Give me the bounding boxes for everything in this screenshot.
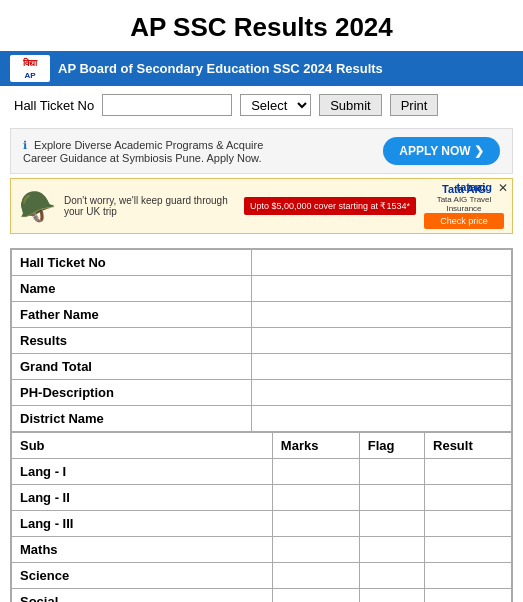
info-label: PH-Description [12, 380, 252, 406]
marks-value [272, 537, 359, 563]
info-label: Father Name [12, 302, 252, 328]
result-value [425, 563, 512, 589]
ad2-brand: Tata AIG Travel Insurance [424, 195, 504, 213]
marks-table-row: Social [12, 589, 512, 603]
info-value [252, 250, 512, 276]
sub-label: Social [12, 589, 273, 603]
sub-label: Science [12, 563, 273, 589]
results-section: Hall Ticket NoNameFather NameResultsGran… [10, 248, 513, 602]
result-value [425, 537, 512, 563]
marks-table-row: Lang - III [12, 511, 512, 537]
flag-value [359, 485, 424, 511]
flag-value [359, 511, 424, 537]
ad-banner-1: ℹ Explore Diverse Academic Programs & Ac… [10, 128, 513, 174]
marks-value [272, 459, 359, 485]
select-dropdown[interactable]: Select [240, 94, 311, 116]
flag-value [359, 537, 424, 563]
info-value [252, 406, 512, 432]
ad2-cover-text: Upto $5,00,000 cover starting at ₹1534* [244, 197, 416, 215]
flag-value [359, 589, 424, 603]
marks-value [272, 563, 359, 589]
marks-table-row: Science [12, 563, 512, 589]
info-label: Hall Ticket No [12, 250, 252, 276]
info-table-row: Results [12, 328, 512, 354]
info-label: Results [12, 328, 252, 354]
marks-table-row: Lang - II [12, 485, 512, 511]
col-header-result: Result [425, 433, 512, 459]
page-title: AP SSC Results 2024 [0, 0, 523, 51]
info-value [252, 354, 512, 380]
info-table-row: Grand Total [12, 354, 512, 380]
info-label: District Name [12, 406, 252, 432]
result-value [425, 485, 512, 511]
submit-button[interactable]: Submit [319, 94, 381, 116]
info-table-row: Hall Ticket No [12, 250, 512, 276]
col-header-marks: Marks [272, 433, 359, 459]
hall-ticket-input[interactable] [102, 94, 232, 116]
apply-now-button[interactable]: APPLY NOW ❯ [383, 137, 500, 165]
marks-value [272, 485, 359, 511]
tataaig-label: tataaig [457, 181, 492, 193]
info-value [252, 302, 512, 328]
marks-table-row: Maths [12, 537, 512, 563]
sub-label: Lang - I [12, 459, 273, 485]
info-value [252, 276, 512, 302]
ad1-text: ℹ Explore Diverse Academic Programs & Ac… [23, 139, 283, 164]
info-table-row: Name [12, 276, 512, 302]
ad2-main-text: Don't worry, we'll keep guard through yo… [64, 195, 236, 217]
result-value [425, 459, 512, 485]
sub-label: Maths [12, 537, 273, 563]
info-icon: ℹ [23, 139, 27, 151]
hall-ticket-label: Hall Ticket No [14, 98, 94, 113]
info-label: Grand Total [12, 354, 252, 380]
print-button[interactable]: Print [390, 94, 439, 116]
sub-label: Lang - III [12, 511, 273, 537]
info-value [252, 328, 512, 354]
check-price-button[interactable]: Check price [424, 213, 504, 229]
ad-banner-2: 🪖 Don't worry, we'll keep guard through … [10, 178, 513, 234]
info-table-row: District Name [12, 406, 512, 432]
marks-table-row: Lang - I [12, 459, 512, 485]
flag-value [359, 563, 424, 589]
info-table: Hall Ticket NoNameFather NameResultsGran… [11, 249, 512, 432]
board-header-text: AP Board of Secondary Education SSC 2024… [58, 61, 383, 76]
marks-value [272, 589, 359, 603]
info-table-row: Father Name [12, 302, 512, 328]
col-header-sub: Sub [12, 433, 273, 459]
hall-ticket-row: Hall Ticket No Select Submit Print [0, 86, 523, 124]
result-value [425, 589, 512, 603]
info-value [252, 380, 512, 406]
marks-table: Sub Marks Flag Result Lang - ILang - IIL… [11, 432, 512, 602]
info-table-row: PH-Description [12, 380, 512, 406]
result-value [425, 511, 512, 537]
marks-value [272, 511, 359, 537]
board-header: विद्या AP AP Board of Secondary Educatio… [0, 51, 523, 86]
flag-value [359, 459, 424, 485]
sub-label: Lang - II [12, 485, 273, 511]
info-label: Name [12, 276, 252, 302]
board-logo: विद्या AP [10, 55, 50, 82]
col-header-flag: Flag [359, 433, 424, 459]
close-icon[interactable]: ✕ [498, 181, 508, 195]
soldier-icon: 🪖 [19, 189, 56, 224]
